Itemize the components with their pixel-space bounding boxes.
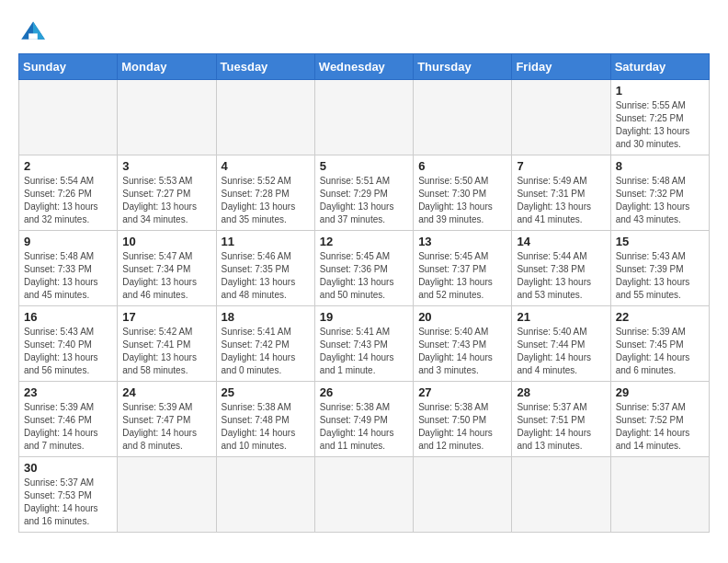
calendar-cell: 22Sunrise: 5:39 AMSunset: 7:45 PMDayligh… xyxy=(610,306,709,382)
calendar-cell: 2Sunrise: 5:54 AMSunset: 7:26 PMDaylight… xyxy=(19,155,118,231)
calendar-cell: 20Sunrise: 5:40 AMSunset: 7:43 PMDayligh… xyxy=(414,306,512,382)
calendar-cell xyxy=(118,457,216,533)
calendar-cell xyxy=(216,457,314,533)
day-number: 30 xyxy=(24,461,112,475)
calendar-cell: 21Sunrise: 5:40 AMSunset: 7:44 PMDayligh… xyxy=(512,306,610,382)
calendar-cell: 15Sunrise: 5:43 AMSunset: 7:39 PMDayligh… xyxy=(610,231,709,306)
day-info: Sunrise: 5:40 AMSunset: 7:44 PMDaylight:… xyxy=(517,326,605,377)
day-info: Sunrise: 5:45 AMSunset: 7:37 PMDaylight:… xyxy=(418,250,506,302)
calendar-cell: 14Sunrise: 5:44 AMSunset: 7:38 PMDayligh… xyxy=(512,231,610,306)
calendar-cell xyxy=(314,457,413,533)
day-info: Sunrise: 5:37 AMSunset: 7:53 PMDaylight:… xyxy=(24,477,112,528)
calendar-cell: 12Sunrise: 5:45 AMSunset: 7:36 PMDayligh… xyxy=(314,231,413,306)
day-info: Sunrise: 5:39 AMSunset: 7:46 PMDaylight:… xyxy=(24,401,112,453)
day-number: 1 xyxy=(616,84,704,98)
day-info: Sunrise: 5:49 AMSunset: 7:31 PMDaylight:… xyxy=(517,175,605,226)
day-info: Sunrise: 5:50 AMSunset: 7:30 PMDaylight:… xyxy=(418,175,506,226)
calendar-cell: 13Sunrise: 5:45 AMSunset: 7:37 PMDayligh… xyxy=(414,231,512,306)
calendar-cell: 28Sunrise: 5:37 AMSunset: 7:51 PMDayligh… xyxy=(512,382,610,457)
calendar-cell: 7Sunrise: 5:49 AMSunset: 7:31 PMDaylight… xyxy=(512,155,610,231)
day-info: Sunrise: 5:44 AMSunset: 7:38 PMDaylight:… xyxy=(517,250,605,302)
calendar-cell: 1Sunrise: 5:55 AMSunset: 7:25 PMDaylight… xyxy=(610,80,709,155)
day-number: 16 xyxy=(24,310,112,324)
calendar-cell: 6Sunrise: 5:50 AMSunset: 7:30 PMDaylight… xyxy=(414,155,512,231)
calendar-week-3: 9Sunrise: 5:48 AMSunset: 7:33 PMDaylight… xyxy=(19,231,710,306)
day-number: 9 xyxy=(24,235,112,248)
calendar-table: SundayMondayTuesdayWednesdayThursdayFrid… xyxy=(18,53,710,533)
calendar-cell: 24Sunrise: 5:39 AMSunset: 7:47 PMDayligh… xyxy=(118,382,216,457)
day-number: 20 xyxy=(418,310,506,324)
calendar-cell: 11Sunrise: 5:46 AMSunset: 7:35 PMDayligh… xyxy=(216,231,314,306)
day-info: Sunrise: 5:41 AMSunset: 7:42 PMDaylight:… xyxy=(222,326,310,377)
day-number: 7 xyxy=(517,159,605,173)
weekday-header-sunday: Sunday xyxy=(19,54,118,80)
calendar-cell xyxy=(118,80,216,155)
weekday-header-tuesday: Tuesday xyxy=(216,54,314,80)
day-number: 18 xyxy=(222,310,310,324)
day-number: 29 xyxy=(616,385,704,399)
day-number: 25 xyxy=(222,385,310,399)
day-info: Sunrise: 5:40 AMSunset: 7:43 PMDaylight:… xyxy=(418,326,506,377)
logo xyxy=(18,18,51,44)
day-number: 2 xyxy=(24,159,112,173)
day-info: Sunrise: 5:51 AMSunset: 7:29 PMDaylight:… xyxy=(320,175,408,226)
day-number: 14 xyxy=(517,235,605,248)
day-info: Sunrise: 5:42 AMSunset: 7:41 PMDaylight:… xyxy=(122,326,210,377)
calendar-cell: 30Sunrise: 5:37 AMSunset: 7:53 PMDayligh… xyxy=(19,457,118,533)
calendar-cell: 27Sunrise: 5:38 AMSunset: 7:50 PMDayligh… xyxy=(414,382,512,457)
day-info: Sunrise: 5:46 AMSunset: 7:35 PMDaylight:… xyxy=(222,250,310,302)
day-info: Sunrise: 5:45 AMSunset: 7:36 PMDaylight:… xyxy=(320,250,408,302)
day-number: 19 xyxy=(320,310,408,324)
day-number: 24 xyxy=(122,385,210,399)
calendar-week-4: 16Sunrise: 5:43 AMSunset: 7:40 PMDayligh… xyxy=(19,306,710,382)
calendar-cell xyxy=(512,457,610,533)
day-number: 4 xyxy=(222,159,310,173)
day-info: Sunrise: 5:39 AMSunset: 7:45 PMDaylight:… xyxy=(616,326,704,377)
calendar-cell: 10Sunrise: 5:47 AMSunset: 7:34 PMDayligh… xyxy=(118,231,216,306)
calendar-week-2: 2Sunrise: 5:54 AMSunset: 7:26 PMDaylight… xyxy=(19,155,710,231)
day-number: 3 xyxy=(122,159,210,173)
day-info: Sunrise: 5:54 AMSunset: 7:26 PMDaylight:… xyxy=(24,175,112,226)
calendar-cell: 25Sunrise: 5:38 AMSunset: 7:48 PMDayligh… xyxy=(216,382,314,457)
day-number: 17 xyxy=(122,310,210,324)
day-info: Sunrise: 5:37 AMSunset: 7:51 PMDaylight:… xyxy=(517,401,605,453)
day-info: Sunrise: 5:38 AMSunset: 7:50 PMDaylight:… xyxy=(418,401,506,453)
calendar-cell: 26Sunrise: 5:38 AMSunset: 7:49 PMDayligh… xyxy=(314,382,413,457)
logo-icon xyxy=(18,18,48,44)
day-number: 5 xyxy=(320,159,408,173)
calendar-cell xyxy=(19,80,118,155)
calendar-week-1: 1Sunrise: 5:55 AMSunset: 7:25 PMDaylight… xyxy=(19,80,710,155)
day-info: Sunrise: 5:38 AMSunset: 7:48 PMDaylight:… xyxy=(222,401,310,453)
day-info: Sunrise: 5:37 AMSunset: 7:52 PMDaylight:… xyxy=(616,401,704,453)
day-info: Sunrise: 5:48 AMSunset: 7:32 PMDaylight:… xyxy=(616,175,704,226)
day-number: 26 xyxy=(320,385,408,399)
day-info: Sunrise: 5:47 AMSunset: 7:34 PMDaylight:… xyxy=(122,250,210,302)
calendar-cell: 17Sunrise: 5:42 AMSunset: 7:41 PMDayligh… xyxy=(118,306,216,382)
calendar-week-6: 30Sunrise: 5:37 AMSunset: 7:53 PMDayligh… xyxy=(19,457,710,533)
calendar-cell: 29Sunrise: 5:37 AMSunset: 7:52 PMDayligh… xyxy=(610,382,709,457)
day-number: 11 xyxy=(222,235,310,248)
day-number: 15 xyxy=(616,235,704,248)
calendar-cell: 16Sunrise: 5:43 AMSunset: 7:40 PMDayligh… xyxy=(19,306,118,382)
day-number: 23 xyxy=(24,385,112,399)
calendar-week-5: 23Sunrise: 5:39 AMSunset: 7:46 PMDayligh… xyxy=(19,382,710,457)
day-number: 21 xyxy=(517,310,605,324)
weekday-header-friday: Friday xyxy=(512,54,610,80)
page-header xyxy=(18,18,710,44)
day-number: 28 xyxy=(517,385,605,399)
day-number: 10 xyxy=(122,235,210,248)
calendar-cell xyxy=(512,80,610,155)
day-number: 22 xyxy=(616,310,704,324)
calendar-cell: 9Sunrise: 5:48 AMSunset: 7:33 PMDaylight… xyxy=(19,231,118,306)
weekday-header-monday: Monday xyxy=(118,54,216,80)
calendar-cell xyxy=(216,80,314,155)
calendar-cell: 18Sunrise: 5:41 AMSunset: 7:42 PMDayligh… xyxy=(216,306,314,382)
day-number: 13 xyxy=(418,235,506,248)
weekday-header-saturday: Saturday xyxy=(610,54,709,80)
day-info: Sunrise: 5:39 AMSunset: 7:47 PMDaylight:… xyxy=(122,401,210,453)
day-info: Sunrise: 5:43 AMSunset: 7:40 PMDaylight:… xyxy=(24,326,112,377)
calendar-cell: 8Sunrise: 5:48 AMSunset: 7:32 PMDaylight… xyxy=(610,155,709,231)
day-info: Sunrise: 5:48 AMSunset: 7:33 PMDaylight:… xyxy=(24,250,112,302)
weekday-header-thursday: Thursday xyxy=(414,54,512,80)
calendar-cell: 19Sunrise: 5:41 AMSunset: 7:43 PMDayligh… xyxy=(314,306,413,382)
